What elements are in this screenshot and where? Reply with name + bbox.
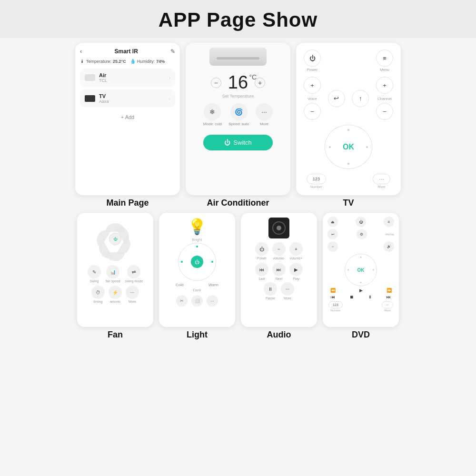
audio-page-mock: ⏻ Power − volume- + volume+ ⏮ La — [241, 213, 317, 327]
dvd-pause-button[interactable]: ⏸ — [366, 295, 375, 299]
dvd-ok-button[interactable]: OK — [357, 268, 365, 273]
ac-minus-button[interactable]: − — [211, 78, 221, 88]
fan-swing-button[interactable]: ✎ — [88, 265, 101, 278]
fan-mode-button[interactable]: ⇄ — [127, 265, 140, 278]
bright-label: Bright — [192, 238, 202, 242]
audio-more-button[interactable]: ··· — [281, 282, 294, 296]
fan-blades: ⏻ — [94, 218, 137, 260]
audio-more-control: ··· More — [281, 282, 294, 300]
tv-power-button[interactable]: ⏻ — [304, 50, 321, 67]
fan-swing-control: ✎ Swing — [88, 265, 101, 283]
fan-timing-button[interactable]: ⏱ — [91, 286, 105, 299]
tv-ok-button[interactable]: OK — [343, 143, 354, 151]
dvd-nav-circle[interactable]: OK — [345, 254, 377, 286]
dvd-number-button[interactable]: 123 — [328, 301, 343, 308]
dvd-power-button[interactable]: ⏻ — [356, 217, 366, 227]
dvd-eject-button[interactable]: ⏏ — [327, 217, 338, 227]
fan-label: Fan — [108, 330, 123, 340]
tv-nav-circle[interactable]: OK — [325, 125, 372, 169]
fan-controls-2: ⏱ timing ⚡ anionic ··· More — [91, 286, 139, 303]
dvd-play-button[interactable]: ▶ — [357, 288, 365, 293]
dvd-next-button[interactable]: ⏭ — [385, 295, 393, 299]
ac-speed-control: 🌀 Speed: auto — [228, 103, 249, 126]
fan-power-button[interactable]: ⏻ — [109, 233, 121, 245]
speaker-grill — [272, 221, 286, 235]
air-device-icon — [85, 74, 95, 81]
fan-speed-button[interactable]: 📊 — [106, 265, 119, 278]
light-ctrl-3[interactable]: ··· — [207, 295, 218, 307]
fan-timing-label: timing — [94, 300, 103, 303]
tv-number-label: Number — [310, 185, 322, 188]
tv-back-button[interactable]: ↩ — [328, 90, 345, 107]
dvd-volminus-button[interactable]: − — [327, 241, 338, 252]
audio-row3: ⏸ Pause ··· More — [264, 282, 294, 300]
tv-channel-col: + Channel − — [376, 77, 393, 120]
temp-icon: 🌡 — [80, 59, 85, 64]
fan-timing-control: ⏱ timing — [91, 286, 105, 303]
bulb-icon: 💡 — [188, 218, 207, 236]
audio-volminus-button[interactable]: − — [272, 242, 286, 256]
dvd-stop-button[interactable]: ⏹ — [347, 295, 356, 299]
audio-last-button[interactable]: ⏮ — [255, 263, 268, 276]
light-dial[interactable]: ⏻ — [178, 243, 216, 281]
audio-next-button[interactable]: ⏭ — [272, 263, 286, 276]
dvd-number-label: Number — [330, 309, 340, 312]
audio-next-control: ⏭ Next — [272, 263, 286, 280]
ac-more-button[interactable]: ··· — [256, 103, 273, 120]
light-ctrl-2[interactable]: ⬜ — [191, 295, 203, 307]
dvd-nav-dot-top — [360, 257, 362, 258]
dvd-top-row: ⏏ ⏻ ≡ — [327, 217, 395, 227]
dvd-back-button[interactable]: ↩ — [327, 229, 338, 239]
audio-power-control: ⏻ Power — [255, 242, 268, 260]
dvd-volplus-button[interactable]: 🔊 — [384, 241, 394, 252]
tv-device-item[interactable]: TV Aaxa › — [80, 89, 175, 108]
tv-voice-minus-button[interactable]: − — [304, 103, 321, 120]
fan-anionic-control: ⚡ anionic — [109, 286, 122, 303]
tv-voice-label: Voice — [307, 97, 317, 101]
add-device-button[interactable]: + Add — [80, 114, 175, 120]
fan-more-button[interactable]: ··· — [126, 286, 139, 299]
tv-bottom-row: 123 Number ··· More — [304, 174, 393, 188]
edit-icon[interactable]: ✎ — [170, 48, 175, 55]
ac-speed-label: Speed: auto — [228, 122, 249, 126]
tv-number-button[interactable]: 123 — [307, 174, 326, 184]
ac-mode-button[interactable]: ❄ — [204, 103, 221, 120]
air-device-item[interactable]: Air TCL › — [80, 69, 175, 87]
tv-number-group: 123 Number — [307, 174, 326, 188]
tv-up-group: ↑ — [352, 90, 369, 107]
dvd-prev-button[interactable]: ⏮ — [328, 295, 337, 299]
main-page-mock: ‹ Smart IR ✎ 🌡 Temperature: 25.2°C 💧 Hum… — [75, 43, 180, 195]
fan-anionic-button[interactable]: ⚡ — [109, 286, 122, 299]
tv-ch-plus-button[interactable]: + — [376, 77, 393, 94]
audio-last-control: ⏮ Last — [255, 263, 268, 280]
tv-menu-button[interactable]: ≡ — [376, 50, 393, 67]
dvd-nav-dot-bottom — [360, 282, 362, 283]
dvd-transport-row: ⏪ ▶ ⏩ — [327, 288, 395, 293]
dvd-rew-button[interactable]: ⏪ — [328, 288, 337, 293]
tv-section: ⏻ Power ≡ Menu + Voice − — [296, 43, 401, 208]
back-icon[interactable]: ‹ — [80, 48, 82, 55]
dvd-menu-button[interactable]: ≡ — [384, 217, 394, 227]
tv-more-button[interactable]: ··· — [373, 174, 390, 184]
ac-unit-image — [209, 48, 267, 66]
dvd-fwd-button[interactable]: ⏩ — [385, 288, 393, 293]
tv-ch-minus-button[interactable]: − — [376, 103, 393, 120]
tv-nav-dot-top — [347, 129, 349, 131]
audio-power-button[interactable]: ⏻ — [255, 242, 268, 256]
fan-mode-label: swing mode — [125, 279, 143, 283]
audio-volplus-button[interactable]: + — [289, 242, 303, 256]
dvd-label: DVD — [352, 330, 370, 340]
ac-switch-button[interactable]: ⏻ Switch — [203, 135, 272, 150]
temperature-sensor: 🌡 Temperature: 25.2°C — [80, 59, 126, 64]
air-device-name: Air — [99, 72, 107, 78]
dvd-more-button[interactable]: ··· — [382, 301, 393, 308]
tv-voice-plus-button[interactable]: + — [304, 77, 321, 94]
ac-speed-button[interactable]: 🌀 — [230, 103, 248, 120]
tv-up-button[interactable]: ↑ — [352, 90, 369, 107]
dvd-bottom-row: 123 Number ··· More — [327, 301, 395, 312]
audio-pause-button[interactable]: ⏸ — [264, 282, 277, 296]
audio-play-button[interactable]: ▶ — [289, 263, 303, 276]
light-ctrl-1[interactable]: ✂ — [176, 295, 188, 307]
light-power-button[interactable]: ⏻ — [191, 256, 203, 268]
dvd-settings-button[interactable]: ⚙ — [357, 229, 367, 239]
